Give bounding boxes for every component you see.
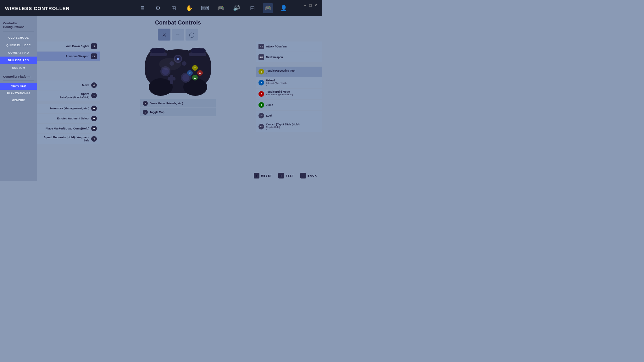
titlebar: WIRELESS CONTROLLER 🖥 ⚙ ⊞ ✋ ⌨ 🎮 🔊 ⊟ 🎮 👤 … (0, 0, 322, 16)
tab-look[interactable]: ◯ (186, 29, 198, 41)
config-section-title: ControllerConfigurations (0, 19, 37, 30)
platform-ps4[interactable]: PLAYSTATION®4 (0, 90, 37, 97)
sprint-control[interactable]: SprintAuto-Sprint (Double-Click) L3 (37, 90, 100, 101)
inventory-button[interactable]: ✦ (91, 106, 97, 111)
platform-generic[interactable]: GENERIC (0, 97, 37, 104)
toggle-build-label: Toggle Build ModeEdit Building Piece (Ho… (266, 90, 319, 98)
config-old-school[interactable]: OLD SCHOOL (0, 34, 37, 41)
back-button[interactable]: ← BACK (300, 173, 317, 178)
layout-icon[interactable]: ⊟ (247, 3, 257, 13)
jump-label: Jump (266, 103, 319, 107)
back-badge: ← (300, 173, 306, 178)
ls-button[interactable]: LS (91, 82, 97, 88)
look-label: Look (266, 114, 319, 117)
platform-section-title: Controller Platform (0, 72, 37, 79)
look-control[interactable]: RS Look (256, 111, 322, 121)
svg-point-28 (159, 58, 181, 70)
config-builder-pro[interactable]: BUILDER PRO (0, 57, 37, 64)
test-button[interactable]: T TEST (278, 173, 294, 178)
user-icon[interactable]: 👤 (279, 3, 289, 13)
emote-control[interactable]: Emote / Augment Select ✦ (37, 114, 100, 123)
svg-rect-13 (168, 77, 175, 80)
place-marker-control[interactable]: Place Marker/Squad Coms(Hold) ✦ (37, 124, 100, 133)
platform-xbox-one[interactable]: XBOX ONE (0, 83, 37, 90)
footer: R RESET T TEST ← BACK (249, 170, 322, 181)
toggle-harvesting-label: Toggle Harvesting Tool- (266, 69, 319, 74)
move-label: Move (82, 84, 89, 87)
emote-button[interactable]: ✦ (91, 116, 97, 121)
previous-weapon-label: Previous Weapon (66, 55, 89, 58)
config-custom[interactable]: CUSTOM (0, 64, 37, 72)
monitor-icon[interactable]: 🖥 (137, 3, 147, 13)
controller2-icon[interactable]: 🎮 (216, 3, 226, 13)
squad-requests-label: Squad Requests (Hold) / Augment Sele (40, 136, 89, 142)
svg-text:X: X (189, 72, 191, 75)
a-button: A (258, 102, 264, 108)
combat-title: Combat Controls (155, 19, 201, 26)
squad-requests-button[interactable]: ✦ (91, 136, 97, 142)
svg-point-11 (182, 74, 189, 81)
svg-rect-22 (150, 52, 167, 56)
move-control[interactable]: Move LS (37, 80, 100, 90)
right-controls-panel: RT Attack / Confirm RB Next Weapon Y Tog… (256, 16, 322, 181)
previous-weapon-control[interactable]: Previous Weapon LB (37, 52, 100, 61)
tab-move[interactable]: ↔ (172, 29, 184, 41)
close-button[interactable]: × (315, 3, 317, 8)
reset-label: RESET (261, 174, 272, 177)
back-label: BACK (308, 174, 317, 177)
kb-icon[interactable]: ⌨ (200, 3, 210, 13)
tab-combat[interactable]: ⚔ (158, 29, 170, 41)
sprint-label: SprintAuto-Sprint (Double-Click) (60, 92, 89, 99)
audio-icon[interactable]: 🔊 (231, 3, 242, 13)
sidebar-divider (3, 31, 34, 31)
controller-tabs: ⚔ ↔ ◯ (158, 29, 198, 41)
toggle-harvesting-control[interactable]: Y Toggle Harvesting Tool- (256, 67, 322, 77)
toggle-map-label: Toggle Map (150, 111, 164, 114)
aim-down-sights-label: Aim Down Sights (66, 45, 89, 48)
window-controls: − □ × (304, 3, 317, 8)
jump-control[interactable]: A Jump (256, 100, 322, 110)
place-marker-label: Place Marker/Squad Coms(Hold) (46, 127, 89, 130)
game-menu-control[interactable]: ☰ Game Menu (Friends, etc.) (140, 99, 216, 107)
attack-confirm-label: Attack / Confirm (266, 45, 319, 48)
next-weapon-control[interactable]: RB Next Weapon (256, 52, 322, 62)
config-combat-pro[interactable]: COMBAT PRO (0, 49, 37, 57)
left-controls-panel: Aim Down Sights LT Previous Weapon LB Mo… (37, 16, 100, 181)
attack-confirm-control[interactable]: RT Attack / Confirm (256, 41, 322, 52)
place-marker-button[interactable]: ✦ (91, 126, 97, 131)
game-menu-icon: ☰ (143, 101, 148, 106)
main-content: ControllerConfigurations OLD SCHOOL QUIC… (0, 16, 322, 181)
nav-icons: 🖥 ⚙ ⊞ ✋ ⌨ 🎮 🔊 ⊟ 🎮 👤 (109, 3, 317, 13)
next-weapon-label: Next Weapon (266, 56, 319, 59)
reset-badge: R (254, 173, 259, 178)
reload-label: ReloadInteract (Tap / Hold)- (266, 79, 319, 86)
reload-control[interactable]: X ReloadInteract (Tap / Hold)- (256, 77, 322, 88)
bottom-controls: ☰ Game Menu (Friends, etc.) ◎ Toggle Map (140, 99, 216, 117)
rb-button: RB (258, 54, 264, 60)
toggle-map-control[interactable]: ◎ Toggle Map (140, 108, 216, 116)
inventory-label: Inventory (Management, etc.) (50, 107, 89, 110)
touch-icon[interactable]: ✋ (184, 3, 194, 13)
lb-button[interactable]: LB (91, 53, 97, 59)
y-button: Y (258, 69, 264, 74)
controller-image: X A B (140, 41, 216, 98)
toggle-build-control[interactable]: B Toggle Build ModeEdit Building Piece (… (256, 89, 322, 99)
maximize-button[interactable]: □ (309, 3, 312, 8)
l3-button[interactable]: L3 (91, 93, 97, 98)
lt-button[interactable]: LT (91, 43, 97, 49)
crouch-control[interactable]: R3 Crouch (Tap) / Slide (Hold)Repair (Ho… (256, 121, 322, 132)
svg-point-27 (182, 61, 186, 66)
display-icon[interactable]: ⊞ (169, 3, 179, 13)
svg-text:B: B (199, 72, 201, 75)
minimize-button[interactable]: − (304, 3, 306, 8)
svg-rect-25 (191, 48, 206, 53)
inventory-control[interactable]: Inventory (Management, etc.) ✦ (37, 104, 100, 113)
aim-down-sights-control[interactable]: Aim Down Sights LT (37, 41, 100, 51)
squad-requests-control[interactable]: Squad Requests (Hold) / Augment Sele ✦ (37, 134, 100, 144)
reset-button[interactable]: R RESET (254, 173, 272, 178)
config-quick-builder[interactable]: QUICK BUILDER (0, 41, 37, 49)
gamepad-icon[interactable]: 🎮 (263, 3, 273, 13)
settings-icon[interactable]: ⚙ (153, 3, 163, 13)
crouch-label: Crouch (Tap) / Slide (Hold)Repair (Hold)… (266, 123, 319, 130)
rs-button: RS (258, 113, 264, 118)
